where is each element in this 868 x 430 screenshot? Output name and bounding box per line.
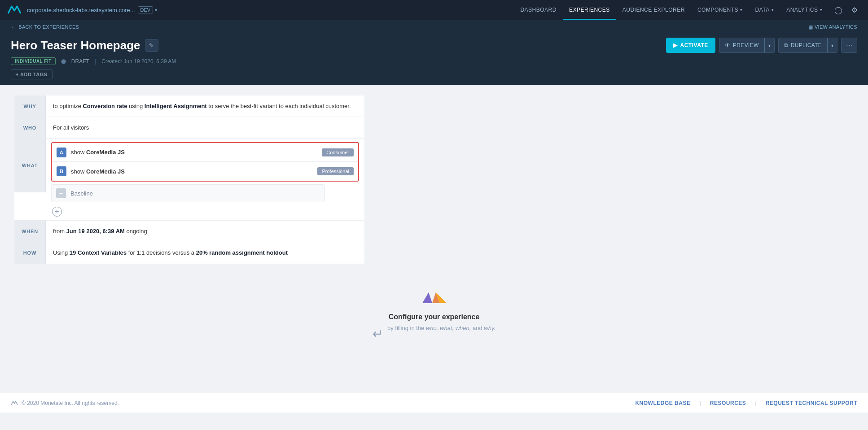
what-label: WHAT [14,139,46,192]
meta-row: INDIVIDUAL FIT ⬤ DRAFT | Created: Jun 19… [11,57,857,69]
configure-section: Configure your experience ↵ by filling i… [14,264,854,359]
page-title: Hero Teaser Homepage [11,39,140,52]
meta-separator: | [95,58,96,65]
individual-fit-badge: INDIVIDUAL FIT [11,57,56,65]
add-variant-button[interactable]: + [52,207,62,217]
baseline-text: Baseline [70,190,93,197]
variant-b-badge: B [57,166,66,176]
duplicate-dropdown-button[interactable]: ▾ [827,38,837,53]
back-to-experiences-link[interactable]: ← BACK TO EXPERIENCES [11,20,79,34]
nav-link-audience-explorer[interactable]: AUDIENCE EXPLORER [616,0,691,20]
footer-sep-2: | [755,400,756,406]
back-arrow-icon: ← [11,24,16,30]
header-actions: ▶ ACTIVATE 👁 PREVIEW ▾ ⧉ DUPLICATE ▾ ⋯ [666,38,857,53]
preview-button-group: 👁 PREVIEW ▾ [719,38,775,53]
user-icon[interactable]: ◯ [832,4,845,16]
how-label: HOW [14,242,46,264]
when-content[interactable]: from Jun 19 2020, 6:39 AM ongoing [46,221,364,242]
header-back-row: ← BACK TO EXPERIENCES ▦ VIEW ANALYTICS [11,20,857,34]
footer: © 2020 Monetate Inc. All rights reserved… [0,393,868,413]
components-chevron-icon: ▾ [740,8,743,12]
tags-row: + ADD TAGS [11,69,857,85]
configure-arrow-icon: ↵ [373,326,383,341]
nav-domain: corporate.sherlock-labs.testsystem.core.… [27,7,135,13]
top-nav: corporate.sherlock-labs.testsystem.core.… [0,0,868,20]
nav-link-data[interactable]: DATA ▾ [749,0,780,20]
resources-link[interactable]: RESOURCES [710,400,746,406]
settings-icon[interactable]: ⚙ [848,4,861,16]
nav-link-components[interactable]: COMPONENTS ▾ [691,0,749,20]
footer-logo-icon [11,400,18,406]
activate-icon: ▶ [673,42,678,48]
configure-title: Configure your experience [389,313,480,321]
main-content: WHY to optimize Conversion rate using In… [0,85,868,393]
when-label: WHEN [14,221,46,242]
why-row: WHY to optimize Conversion rate using In… [14,96,364,117]
nav-links: DASHBOARD EXPERIENCES AUDIENCE EXPLORER … [514,0,829,20]
configure-logo-icon [421,286,447,306]
footer-copyright: © 2020 Monetate Inc. All rights reserved… [11,400,119,406]
draft-status: DRAFT [71,58,89,65]
more-options-button[interactable]: ⋯ [841,38,857,53]
data-chevron-icon: ▾ [772,8,774,12]
duplicate-icon: ⧉ [784,42,788,48]
how-text: Using 19 Context Variables for 1:1 decis… [53,248,288,257]
add-tags-button[interactable]: + ADD TAGS [11,69,53,79]
edit-title-button[interactable]: ✎ [145,39,158,52]
baseline-row: – Baseline [51,184,325,202]
who-content[interactable]: For all visitors [46,117,364,138]
duplicate-button-group: ⧉ DUPLICATE ▾ [778,38,837,53]
variant-a-text: show CoreMedia JS [71,149,317,156]
header-title-row: Hero Teaser Homepage ✎ ▶ ACTIVATE 👁 PREV… [11,34,857,57]
variant-a-row[interactable]: A show CoreMedia JS Consumer [52,143,358,162]
baseline-dash-icon: – [56,188,66,198]
analytics-chevron-icon: ▾ [820,8,823,12]
nav-icons: ◯ ⚙ [832,4,861,16]
footer-sep-1: | [699,400,701,406]
preview-icon: 👁 [725,42,730,48]
preview-button[interactable]: 👁 PREVIEW [719,38,765,53]
why-text: to optimize Conversion rate using Intell… [53,102,351,111]
request-support-link[interactable]: REQUEST TECHNICAL SUPPORT [766,400,857,406]
how-row: HOW Using 19 Context Variables for 1:1 d… [14,242,364,264]
created-date: Created: Jun 19 2020, 6:39 AM [101,58,176,65]
variant-b-text: show CoreMedia JS [71,168,313,175]
what-content: A show CoreMedia JS Consumer B show Core… [46,139,364,220]
when-row: WHEN from Jun 19 2020, 6:39 AM ongoing [14,221,364,242]
when-text: from Jun 19 2020, 6:39 AM ongoing [53,227,147,236]
nav-env[interactable]: DEV [138,6,153,13]
nav-link-analytics[interactable]: ANALYTICS ▾ [780,0,829,20]
variants-highlighted-box: A show CoreMedia JS Consumer B show Core… [51,142,359,182]
what-row: WHAT A show CoreMedia JS Consumer B [14,139,364,221]
activate-button[interactable]: ▶ ACTIVATE [666,38,715,53]
how-content[interactable]: Using 19 Context Variables for 1:1 decis… [46,242,364,264]
nav-link-experiences[interactable]: EXPERIENCES [563,0,616,20]
experience-card: WHY to optimize Conversion rate using In… [14,96,364,264]
footer-links: KNOWLEDGE BASE | RESOURCES | REQUEST TEC… [635,400,857,406]
configure-subtitle: by filling in the who, what, when, and w… [387,325,495,331]
why-content[interactable]: to optimize Conversion rate using Intell… [46,96,364,117]
draft-dot-icon: ⬤ [61,59,66,64]
preview-dropdown-button[interactable]: ▾ [765,38,775,53]
why-label: WHY [14,96,46,117]
svg-marker-0 [422,292,432,303]
configure-desc-row: ↵ by filling in the who, what, when, and… [373,325,495,341]
env-chevron-icon[interactable]: ▾ [155,8,157,13]
variant-b-row[interactable]: B show CoreMedia JS Professional [52,162,358,181]
header-bar: ← BACK TO EXPERIENCES ▦ VIEW ANALYTICS H… [0,20,868,85]
logo-icon [7,4,22,15]
who-label: WHO [14,117,46,138]
analytics-icon: ▦ [808,24,813,30]
duplicate-button[interactable]: ⧉ DUPLICATE [778,38,827,53]
variant-a-badge: A [57,148,66,157]
variant-b-tag[interactable]: Professional [317,167,354,175]
who-row: WHO For all visitors [14,117,364,139]
nav-link-dashboard[interactable]: DASHBOARD [514,0,563,20]
who-text: For all visitors [53,123,89,132]
knowledge-base-link[interactable]: KNOWLEDGE BASE [635,400,690,406]
view-analytics-link[interactable]: ▦ VIEW ANALYTICS [808,24,857,30]
title-area: Hero Teaser Homepage ✎ [11,39,158,52]
variant-a-tag[interactable]: Consumer [322,148,354,156]
back-label: BACK TO EXPERIENCES [18,24,79,30]
